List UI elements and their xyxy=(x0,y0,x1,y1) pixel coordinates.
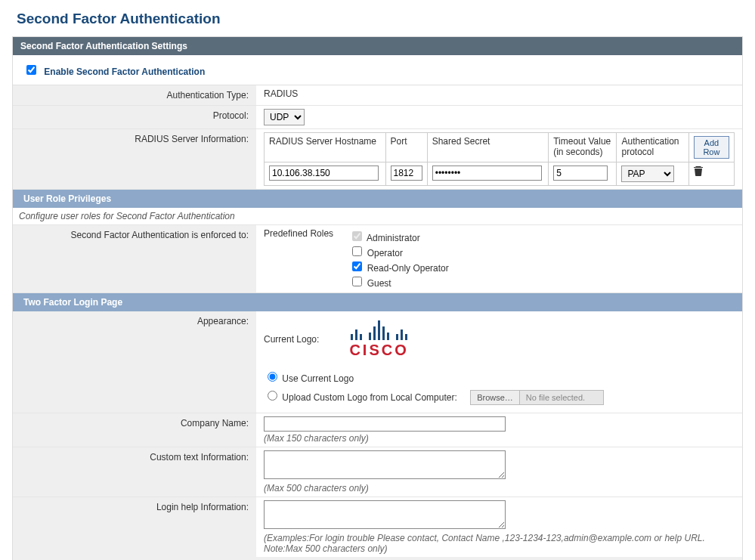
login-help-hint: (Examples:For login trouble Please conta… xyxy=(264,533,735,554)
predefined-roles-label: Predefined Roles xyxy=(264,228,347,239)
company-name-row: Company Name: (Max 150 characters only) xyxy=(13,413,742,447)
login-help-row: Login help Information: (Examples:For lo… xyxy=(13,497,742,557)
radius-hostname-input[interactable] xyxy=(269,166,379,181)
protocol-label: Protocol: xyxy=(13,106,256,128)
auth-type-value: RADIUS xyxy=(256,85,742,105)
radius-th-authproto: Authentication protocol xyxy=(617,133,688,162)
custom-text-label: Custom text Information: xyxy=(13,447,256,497)
radius-info-label: RADIUS Server Information: xyxy=(13,129,256,189)
custom-text-input[interactable] xyxy=(264,450,506,479)
role-readonly-label: Read-Only Operator xyxy=(367,263,449,274)
cisco-logo: CISCO xyxy=(349,319,408,359)
enable-row: Enable Second Factor Authentication xyxy=(13,55,742,85)
radius-table: RADIUS Server Hostname Port Shared Secre… xyxy=(264,132,735,186)
appearance-label: Appearance: xyxy=(13,311,256,413)
upload-logo-radio[interactable] xyxy=(268,391,277,401)
custom-text-row: Custom text Information: (Max 500 charac… xyxy=(13,447,742,497)
protocol-select[interactable]: UDP xyxy=(264,109,305,125)
radius-info-row: RADIUS Server Information: RADIUS Server… xyxy=(13,129,742,190)
radius-th-hostname: RADIUS Server Hostname xyxy=(265,133,386,162)
file-picker: Browse… No file selected. xyxy=(470,390,604,405)
role-readonly-checkbox[interactable] xyxy=(352,261,362,271)
user-role-header: User Role Privileges xyxy=(13,190,742,208)
company-name-hint: (Max 150 characters only) xyxy=(264,433,735,444)
radius-secret-input[interactable] xyxy=(432,166,542,181)
cisco-logo-text: CISCO xyxy=(349,342,408,359)
radius-data-row: PAP xyxy=(265,162,735,186)
enforced-label: Second Factor Authentication is enforced… xyxy=(13,225,256,292)
enable-sfa-label: Enable Second Factor Authentication xyxy=(44,67,205,77)
login-help-label: Login help Information: xyxy=(13,497,256,557)
company-name-input[interactable] xyxy=(264,416,506,432)
role-guest-label: Guest xyxy=(367,278,391,289)
role-operator-label: Operator xyxy=(367,248,403,258)
role-administrator-label: Administrator xyxy=(367,233,420,243)
login-page-header: Two Factor Login Page xyxy=(13,293,742,311)
enforced-row: Second Factor Authentication is enforced… xyxy=(13,225,742,293)
no-file-selected-text: No file selected. xyxy=(520,391,603,404)
use-current-logo-label: Use Current Logo xyxy=(282,373,354,384)
radius-th-secret: Shared Secret xyxy=(427,133,549,162)
enable-sfa-checkbox[interactable] xyxy=(26,65,36,75)
appearance-row: Appearance: Current Logo: CISCO Use Curr… xyxy=(13,311,742,413)
custom-text-hint: (Max 500 characters only) xyxy=(264,483,735,493)
add-row-button[interactable]: Add Row xyxy=(694,136,729,159)
footer-links: View Existing Two Factor Login Page ❐ xyxy=(13,557,742,560)
company-name-label: Company Name: xyxy=(13,413,256,447)
radius-th-timeout: Timeout Value (in seconds) xyxy=(549,133,617,162)
radius-port-input[interactable] xyxy=(391,166,422,181)
settings-panel: Second Factor Authentication Settings En… xyxy=(12,36,743,560)
auth-type-row: Authentication Type: RADIUS xyxy=(13,85,742,106)
role-administrator-checkbox xyxy=(352,231,362,241)
use-current-logo-radio[interactable] xyxy=(268,372,277,382)
delete-row-button[interactable] xyxy=(688,162,734,186)
user-role-desc: Configure user roles for Second Factor A… xyxy=(13,208,742,225)
current-logo-label: Current Logo: xyxy=(264,334,319,345)
login-help-input[interactable] xyxy=(264,500,506,529)
section-settings-header: Second Factor Authentication Settings xyxy=(13,37,742,55)
radius-timeout-input[interactable] xyxy=(553,166,608,181)
role-guest-checkbox[interactable] xyxy=(352,277,362,286)
roles-list: Administrator Operator Read-Only Operato… xyxy=(349,228,448,289)
radius-authproto-select[interactable]: PAP xyxy=(621,166,674,182)
page-title: Second Factor Authentication xyxy=(17,11,743,27)
upload-logo-label: Upload Custom Logo from Local Computer: xyxy=(282,392,456,403)
radius-header-row: RADIUS Server Hostname Port Shared Secre… xyxy=(265,133,735,162)
protocol-row: Protocol: UDP xyxy=(13,106,742,129)
radius-th-port: Port xyxy=(385,133,427,162)
auth-type-label: Authentication Type: xyxy=(13,85,256,105)
role-operator-checkbox[interactable] xyxy=(352,246,362,256)
browse-button[interactable]: Browse… xyxy=(471,391,520,404)
